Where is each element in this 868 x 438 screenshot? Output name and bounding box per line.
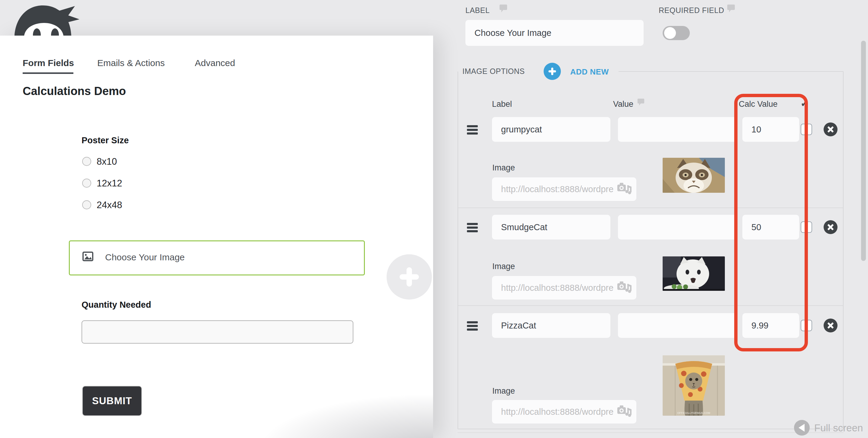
smudge-cat-photo (663, 257, 725, 291)
submit-button[interactable]: SUBMIT (82, 386, 142, 416)
radio-8x10[interactable] (82, 157, 91, 166)
panel-corner-shadow (130, 365, 433, 438)
delete-option-button[interactable] (824, 123, 837, 136)
image-field-selected[interactable]: Choose Your Image (69, 240, 365, 275)
radio-24x48-label: 24x48 (97, 200, 122, 210)
help-bubble-icon[interactable] (499, 4, 507, 13)
radio-12x12-label: 12x12 (97, 178, 122, 189)
image-url-label: Image (492, 163, 515, 173)
add-field-button[interactable] (386, 254, 432, 300)
radio-8x10-label: 8x10 (97, 156, 117, 167)
option-selected-checkbox[interactable] (801, 320, 812, 331)
drag-handle-icon[interactable] (467, 125, 478, 135)
column-header-label: Label (492, 100, 512, 109)
fullscreen-label[interactable]: Full screen (814, 422, 863, 434)
picture-icon (83, 251, 93, 261)
exit-fullscreen-icon[interactable] (794, 420, 810, 436)
pizza-cat-photo: OFFICIALLYGENIUS.COM (663, 355, 725, 416)
option-label-input[interactable] (492, 215, 610, 239)
fieldset-border-bottom (458, 429, 843, 429)
option-label-input[interactable] (492, 313, 610, 338)
next-section-border (458, 432, 843, 433)
option-image-thumbnail (663, 158, 725, 193)
help-bubble-icon[interactable] (637, 98, 645, 106)
drag-handle-icon[interactable] (467, 223, 478, 232)
media-library-icon[interactable] (617, 182, 632, 196)
option-selected-checkbox[interactable] (801, 124, 812, 135)
delete-option-button[interactable] (824, 318, 837, 332)
option-value-input[interactable] (618, 313, 737, 338)
required-field-toggle[interactable] (663, 26, 690, 40)
image-url-input[interactable] (492, 400, 637, 424)
ninja-forms-logo-icon (9, 1, 82, 36)
fieldset-border-right (843, 71, 843, 429)
media-library-icon[interactable] (617, 405, 632, 418)
fieldset-border-top (619, 71, 843, 72)
label-setting-title: LABEL (465, 6, 490, 15)
tab-emails-actions[interactable]: Emails & Actions (97, 58, 164, 68)
active-tab-underline (23, 72, 73, 74)
panel-scrollbar[interactable] (861, 41, 866, 261)
option-image-thumbnail: OFFICIALLYGENIUS.COM (663, 355, 725, 416)
tab-advanced[interactable]: Advanced (195, 58, 235, 68)
image-url-label: Image (492, 386, 515, 396)
poster-size-label: Poster Size (82, 135, 129, 145)
add-new-label[interactable]: ADD NEW (570, 67, 609, 77)
photo-watermark: OFFICIALLYGENIUS.COM (677, 411, 710, 414)
image-url-input[interactable] (492, 276, 637, 300)
required-field-title: REQUIRED FIELD (659, 6, 724, 15)
column-header-value: Value (613, 100, 633, 109)
option-selected-checkbox[interactable] (801, 222, 812, 233)
help-bubble-icon[interactable] (727, 4, 735, 13)
quantity-label: Quantity Needed (82, 300, 151, 310)
radio-24x48[interactable] (82, 200, 91, 209)
option-value-input[interactable] (618, 215, 737, 239)
row-separator (458, 305, 843, 306)
column-header-selected-icon: ✓ (800, 97, 809, 109)
option-calc-value-input[interactable] (742, 117, 799, 142)
option-value-input[interactable] (618, 117, 737, 142)
row-separator (458, 207, 843, 208)
form-title: Calculations Demo (23, 85, 126, 98)
option-calc-value-input[interactable] (742, 313, 799, 338)
image-url-input[interactable] (492, 177, 637, 201)
grumpy-cat-photo (663, 158, 725, 193)
quantity-input[interactable] (82, 321, 353, 344)
add-new-option-button[interactable] (544, 63, 561, 80)
toggle-knob (664, 27, 676, 39)
option-label-input[interactable] (492, 117, 610, 142)
image-options-title: IMAGE OPTIONS (462, 67, 525, 76)
drag-handle-icon[interactable] (467, 321, 478, 331)
option-image-thumbnail (663, 257, 725, 291)
ninja-forms-builder: Form Fields Emails & Actions Advanced Ca… (0, 0, 868, 438)
image-field-label: Choose Your Image (105, 252, 185, 263)
delete-option-button[interactable] (824, 220, 837, 234)
tab-form-fields[interactable]: Form Fields (23, 58, 74, 68)
image-url-label: Image (492, 262, 515, 271)
column-header-calc-value: Calc Value (739, 100, 778, 109)
fieldset-border-left (458, 71, 458, 429)
radio-12x12[interactable] (82, 178, 91, 188)
option-calc-value-input[interactable] (742, 215, 799, 239)
label-setting-input[interactable] (465, 20, 644, 46)
media-library-icon[interactable] (617, 281, 632, 294)
